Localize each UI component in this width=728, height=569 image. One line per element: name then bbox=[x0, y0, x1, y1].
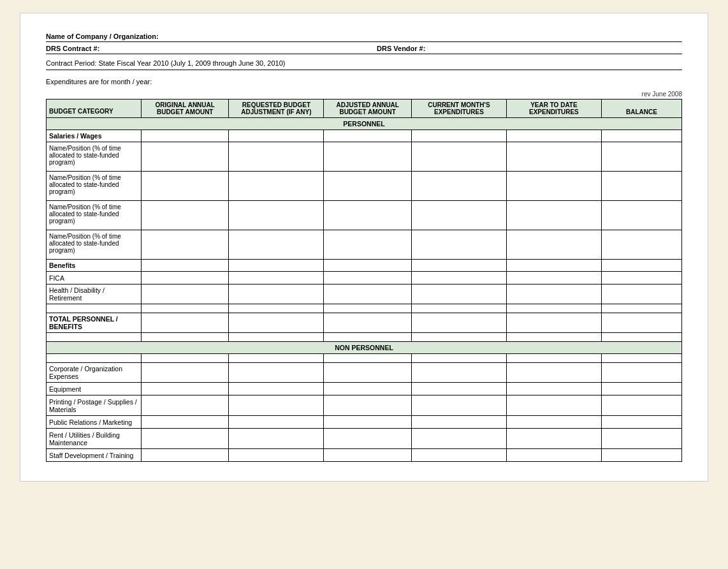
col-header-original: ORIGINAL ANNUAL BUDGET AMOUNT bbox=[141, 100, 229, 118]
data-label-cell: Name/Position (% of time allocated to st… bbox=[47, 142, 142, 172]
vendor-label: DRS Vendor #: bbox=[377, 45, 425, 52]
table-row: Equipment bbox=[47, 383, 682, 395]
table-row bbox=[47, 333, 682, 342]
col-header-requested: REQUESTED BUDGET ADJUSTMENT (if any) bbox=[229, 100, 324, 118]
section-header-cell: NON PERSONNEL bbox=[47, 342, 682, 354]
section-header-cell: PERSONNEL bbox=[47, 118, 682, 130]
table-row: Name/Position (% of time allocated to st… bbox=[47, 142, 682, 172]
company-line: Name of Company / Organization: bbox=[46, 33, 682, 42]
expenditures-label: Expenditures are for month / year: bbox=[46, 78, 682, 85]
budget-form: Name of Company / Organization: DRS Cont… bbox=[20, 13, 708, 482]
table-row: Health / Disability / Retirement bbox=[47, 284, 682, 304]
period-label: Contract Period: State Fiscal Year 2010 … bbox=[46, 59, 285, 67]
table-row: FICA bbox=[47, 272, 682, 284]
table-row bbox=[47, 354, 682, 363]
table-row: Corporate / Organization Expenses bbox=[47, 363, 682, 383]
table-row bbox=[47, 304, 682, 313]
table-row: Printing / Postage / Supplies / Material… bbox=[47, 395, 682, 416]
contract-col: DRS Contract #: bbox=[46, 45, 351, 52]
company-label: Name of Company / Organization: bbox=[46, 33, 159, 40]
rev-label: rev June 2008 bbox=[46, 91, 682, 98]
single-label-cell: Staff Development / Training bbox=[47, 449, 142, 462]
contract-vendor-pair: DRS Contract #: DRS Vendor #: bbox=[46, 45, 682, 52]
double-label-cell: Rent / Utilities / Building Maintenance bbox=[47, 429, 142, 449]
col-header-ytd: YEAR TO DATE EXPENDITURES bbox=[506, 100, 601, 118]
data-label-cell: Name/Position (% of time allocated to st… bbox=[47, 201, 142, 230]
single-label-cell: FICA bbox=[47, 272, 142, 284]
col-header-current: CURRENT MONTH'S EXPENDITURES bbox=[411, 100, 506, 118]
table-row: Salaries / Wages bbox=[47, 130, 682, 142]
total-label-cell: TOTAL PERSONNEL / BENEFITS bbox=[47, 313, 142, 333]
table-row: Rent / Utilities / Building Maintenance bbox=[47, 429, 682, 449]
double-label-cell: Printing / Postage / Supplies / Material… bbox=[47, 395, 142, 416]
vendor-col: DRS Vendor #: bbox=[377, 45, 682, 52]
exp-label-text: Expenditures are for month / year: bbox=[46, 78, 152, 85]
table-row: Benefits bbox=[47, 260, 682, 272]
table-row: TOTAL PERSONNEL / BENEFITS bbox=[47, 313, 682, 333]
table-row: NON PERSONNEL bbox=[47, 342, 682, 354]
single-label-cell: Public Relations / Marketing bbox=[47, 416, 142, 429]
contract-vendor-line: DRS Contract #: DRS Vendor #: bbox=[46, 45, 682, 54]
single-label-cell: Equipment bbox=[47, 383, 142, 395]
table-row: Name/Position (% of time allocated to st… bbox=[47, 230, 682, 260]
data-label-cell: Name/Position (% of time allocated to st… bbox=[47, 230, 142, 260]
single-label-cell: Health / Disability / Retirement bbox=[47, 284, 142, 304]
col-header-budget: BUDGET CATEGORY bbox=[47, 100, 142, 118]
data-label-cell: Name/Position (% of time allocated to st… bbox=[47, 172, 142, 201]
contract-period: Contract Period: State Fiscal Year 2010 … bbox=[46, 59, 682, 70]
table-header-row: BUDGET CATEGORY ORIGINAL ANNUAL BUDGET A… bbox=[47, 100, 682, 118]
col-header-balance: BALANCE bbox=[601, 100, 681, 118]
table-row: Public Relations / Marketing bbox=[47, 416, 682, 429]
subheader-cell: Benefits bbox=[47, 260, 142, 272]
table-row: Name/Position (% of time allocated to st… bbox=[47, 201, 682, 230]
table-row: Name/Position (% of time allocated to st… bbox=[47, 172, 682, 201]
single-label-cell: Corporate / Organization Expenses bbox=[47, 363, 142, 383]
subheader-cell: Salaries / Wages bbox=[47, 130, 142, 142]
table-row: Staff Development / Training bbox=[47, 449, 682, 462]
budget-table: BUDGET CATEGORY ORIGINAL ANNUAL BUDGET A… bbox=[46, 99, 682, 462]
contract-label: DRS Contract #: bbox=[46, 45, 99, 52]
col-header-adjusted: ADJUSTED ANNUAL BUDGET AMOUNT bbox=[324, 100, 412, 118]
table-row: PERSONNEL bbox=[47, 118, 682, 130]
